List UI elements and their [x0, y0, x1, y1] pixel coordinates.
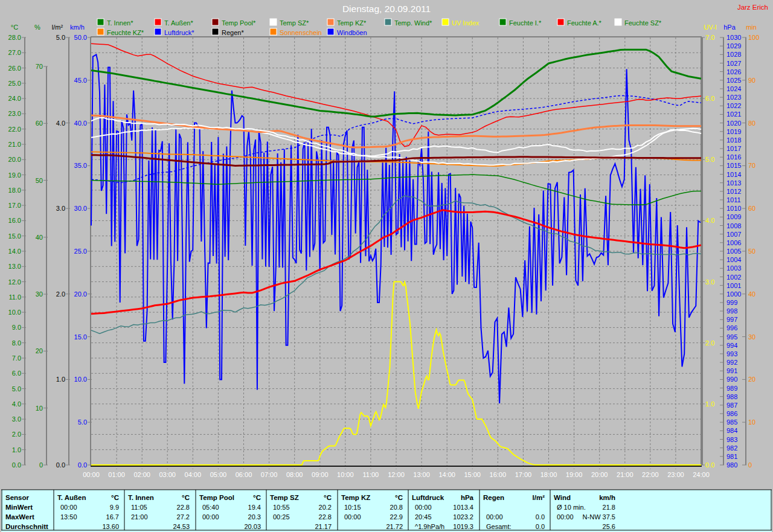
svg-text:00:00: 00:00 [202, 513, 219, 521]
svg-text:80: 80 [748, 120, 755, 127]
svg-text:1023.2: 1023.2 [453, 513, 473, 521]
svg-text:0.0: 0.0 [56, 461, 65, 469]
svg-text:20.2: 20.2 [319, 504, 332, 511]
svg-text:988: 988 [726, 393, 737, 400]
svg-text:Feuchte KZ*: Feuchte KZ* [107, 29, 144, 36]
svg-text:70: 70 [36, 63, 43, 70]
svg-text:13.60: 13.60 [102, 523, 119, 530]
svg-text:°C: °C [111, 494, 119, 501]
svg-text:09:00: 09:00 [312, 471, 329, 478]
svg-text:N-NW 37.5: N-NW 37.5 [583, 513, 615, 521]
svg-text:1024: 1024 [726, 85, 741, 92]
svg-text:1021: 1021 [726, 111, 741, 118]
svg-text:20:45: 20:45 [415, 513, 432, 521]
svg-text:15:00: 15:00 [464, 471, 481, 478]
svg-text:2.0: 2.0 [56, 290, 65, 298]
svg-text:10.0: 10.0 [8, 309, 21, 316]
svg-text:999: 999 [726, 299, 737, 306]
svg-text:Sensor: Sensor [5, 494, 30, 501]
svg-text:50: 50 [748, 248, 755, 255]
svg-text:1000: 1000 [726, 290, 741, 298]
svg-text:min: min [746, 24, 757, 31]
svg-text:Temp KZ: Temp KZ [341, 494, 370, 501]
svg-text:°C: °C [11, 24, 18, 31]
svg-text:21.8: 21.8 [603, 504, 615, 511]
svg-text:40: 40 [748, 290, 755, 298]
svg-text:25.0: 25.0 [74, 248, 87, 255]
svg-text:Feuchte A.*: Feuchte A.* [567, 19, 602, 27]
svg-text:1014: 1014 [726, 171, 741, 178]
svg-text:MinWert: MinWert [5, 504, 33, 511]
svg-text:40.0: 40.0 [74, 120, 87, 127]
svg-text:7.0: 7.0 [12, 354, 21, 362]
svg-text:l/m²: l/m² [533, 494, 545, 501]
svg-text:990: 990 [726, 376, 737, 383]
svg-text:Regen: Regen [483, 494, 504, 501]
svg-text:4.0: 4.0 [705, 217, 714, 224]
svg-text:35.0: 35.0 [74, 162, 87, 169]
svg-text:23.0: 23.0 [8, 110, 21, 117]
svg-text:Temp Pool*: Temp Pool* [222, 19, 256, 27]
svg-text:10:55: 10:55 [273, 504, 290, 511]
svg-text:28.0: 28.0 [8, 34, 21, 41]
svg-text:Windböen: Windböen [337, 29, 367, 36]
svg-text:20: 20 [36, 347, 43, 354]
svg-text:982: 982 [726, 444, 737, 452]
svg-text:996: 996 [726, 324, 737, 332]
svg-text:994: 994 [726, 342, 737, 349]
svg-text:°C: °C [395, 494, 403, 501]
svg-text:20: 20 [748, 376, 755, 383]
svg-text:3.0: 3.0 [705, 278, 714, 286]
svg-text:24.0: 24.0 [8, 95, 21, 102]
svg-text:13:50: 13:50 [60, 513, 77, 521]
svg-text:18:00: 18:00 [540, 471, 557, 478]
svg-text:1019: 1019 [726, 128, 741, 135]
svg-text:1009: 1009 [726, 213, 741, 220]
svg-text:05:40: 05:40 [202, 504, 219, 511]
svg-text:°C: °C [324, 494, 332, 501]
svg-text:30: 30 [748, 333, 755, 341]
svg-text:5.0: 5.0 [12, 385, 21, 393]
svg-text:998: 998 [726, 307, 737, 315]
svg-text:hPa: hPa [723, 24, 736, 31]
svg-text:1030: 1030 [726, 34, 741, 41]
svg-text:08:00: 08:00 [286, 471, 303, 478]
svg-text:06:00: 06:00 [236, 471, 252, 478]
svg-text:16:00: 16:00 [490, 471, 507, 478]
svg-text:60: 60 [36, 120, 43, 127]
svg-text:1023: 1023 [726, 94, 741, 101]
svg-text:Luftdruck: Luftdruck [412, 494, 444, 501]
svg-text:0.0: 0.0 [78, 461, 87, 469]
svg-text:1026: 1026 [726, 68, 741, 75]
svg-text:993: 993 [726, 350, 737, 357]
svg-text:1022: 1022 [726, 102, 741, 109]
svg-text:T. Innen*: T. Innen* [107, 19, 133, 27]
svg-text:16.0: 16.0 [8, 217, 21, 224]
svg-text:986: 986 [726, 410, 737, 417]
svg-text:km/h: km/h [70, 24, 85, 31]
svg-text:45.0: 45.0 [74, 77, 87, 84]
svg-text:1029: 1029 [726, 42, 741, 50]
svg-text:1013.4: 1013.4 [453, 504, 473, 511]
svg-text:02:00: 02:00 [133, 471, 150, 478]
svg-text:1008: 1008 [726, 222, 741, 229]
svg-text:983: 983 [726, 436, 737, 443]
svg-text:03:00: 03:00 [159, 471, 176, 478]
svg-text:00:00: 00:00 [486, 513, 503, 521]
svg-text:1007: 1007 [726, 231, 741, 238]
svg-text:5.0: 5.0 [78, 418, 87, 426]
svg-text:19.0: 19.0 [8, 171, 21, 179]
svg-text:0.0: 0.0 [12, 461, 21, 469]
svg-text:10: 10 [36, 405, 43, 412]
svg-text:Sonnenschein: Sonnenschein [280, 29, 322, 36]
svg-text:Durchschnitt: Durchschnitt [5, 523, 48, 530]
svg-text:1002: 1002 [726, 274, 741, 281]
svg-text:km/h: km/h [599, 494, 615, 501]
svg-text:22:00: 22:00 [642, 471, 659, 478]
svg-text:989: 989 [726, 385, 737, 392]
svg-text:27.2: 27.2 [177, 513, 190, 521]
svg-text:16.7: 16.7 [106, 513, 119, 521]
svg-text:30.0: 30.0 [74, 205, 87, 212]
svg-text:3.0: 3.0 [56, 205, 65, 212]
svg-text:13:00: 13:00 [413, 471, 430, 478]
